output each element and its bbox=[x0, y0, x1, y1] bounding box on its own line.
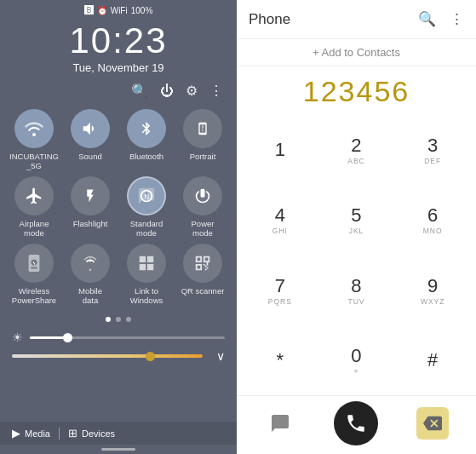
tile-sound[interactable]: Sound bbox=[65, 109, 116, 171]
portrait-tile-label: Portrait bbox=[190, 152, 216, 161]
bluetooth-tile-label: Bluetooth bbox=[129, 152, 163, 161]
tile-wifi[interactable]: INCUBATING_5G bbox=[9, 109, 60, 171]
dot-1[interactable] bbox=[106, 317, 111, 322]
dial-key-5[interactable]: 5 JKL bbox=[318, 185, 395, 255]
clock-display: 10:23 bbox=[0, 20, 237, 61]
dial-key-7[interactable]: 7 PQRS bbox=[242, 256, 318, 325]
call-button[interactable] bbox=[334, 401, 378, 445]
link-to-windows-label: Link toWindows bbox=[130, 286, 163, 306]
brightness-slider[interactable] bbox=[30, 336, 225, 339]
color-temperature-control[interactable]: ∨ bbox=[0, 348, 237, 366]
dial-sub-2: ABC bbox=[347, 157, 364, 165]
sound-tile-label: Sound bbox=[78, 152, 101, 161]
dial-sub-5: JKL bbox=[349, 227, 364, 235]
chevron-down-icon[interactable]: ∨ bbox=[216, 349, 225, 363]
tile-qr-scanner[interactable]: QR scanner bbox=[177, 244, 228, 306]
dial-main-6: 6 bbox=[427, 204, 438, 227]
dial-sub-6: MNO bbox=[423, 227, 443, 235]
message-button[interactable] bbox=[264, 407, 296, 440]
phone-app: Phone 🔍 ⋮ + Add to Contacts 123456 1 2 A… bbox=[237, 0, 476, 454]
wireless-powershare-icon bbox=[14, 244, 54, 283]
dial-main-0: 0 bbox=[351, 345, 361, 367]
phone-bottom-actions bbox=[237, 395, 476, 454]
devices-button[interactable]: ⊞ Devices bbox=[68, 427, 115, 440]
dial-main-4: 4 bbox=[275, 204, 285, 227]
delete-button[interactable] bbox=[416, 407, 449, 440]
dial-key-8[interactable]: 8 TUV bbox=[318, 256, 395, 325]
power-icon[interactable]: ⏻ bbox=[160, 83, 174, 99]
dial-key-4[interactable]: 4 GHI bbox=[242, 185, 318, 255]
dial-sub-9: WXYZ bbox=[421, 297, 445, 306]
dial-main-2: 2 bbox=[351, 135, 361, 157]
dial-key-1[interactable]: 1 bbox=[242, 115, 318, 185]
dot-2[interactable] bbox=[116, 317, 121, 322]
dial-main-hash: # bbox=[427, 349, 438, 371]
search-icon[interactable]: 🔍 bbox=[131, 83, 148, 99]
dial-key-hash[interactable]: # bbox=[394, 325, 471, 395]
tile-power-mode[interactable]: Powermode bbox=[177, 176, 228, 238]
dial-sub-7: PQRS bbox=[268, 297, 292, 306]
flashlight-tile-icon bbox=[71, 176, 110, 216]
dial-key-9[interactable]: 9 WXYZ bbox=[394, 256, 471, 325]
qr-scanner-label: QR scanner bbox=[181, 286, 225, 296]
settings-icon[interactable]: ⚙ bbox=[186, 83, 198, 99]
notification-shade: 🅱 ⏰ WiFi 100% 10:23 Tue, November 19 🔍 ⏻… bbox=[0, 0, 237, 454]
dial-main-7: 7 bbox=[275, 275, 285, 297]
quick-tiles-grid: INCUBATING_5G Sound Bluetooth bbox=[0, 106, 237, 308]
tile-wireless-powershare[interactable]: WirelessPowerShare bbox=[9, 244, 60, 306]
alarm-icon: ⏰ bbox=[97, 6, 107, 15]
dialed-number: 123456 bbox=[237, 66, 476, 115]
dial-main-3: 3 bbox=[427, 135, 438, 157]
tile-airplane[interactable]: Airplanemode bbox=[9, 176, 60, 238]
divider bbox=[59, 428, 60, 440]
dial-key-2[interactable]: 2 ABC bbox=[318, 115, 395, 185]
tile-bluetooth[interactable]: Bluetooth bbox=[121, 109, 172, 171]
dial-sub-0: + bbox=[354, 367, 359, 376]
airplane-tile-icon bbox=[14, 176, 54, 216]
media-label: Media bbox=[25, 428, 50, 439]
tile-flashlight[interactable]: Flashlight bbox=[65, 176, 116, 238]
phone-more-icon[interactable]: ⋮ bbox=[450, 10, 464, 28]
portrait-tile-icon bbox=[183, 109, 222, 148]
battery-icon: 100% bbox=[131, 6, 153, 15]
dial-main-1: 1 bbox=[275, 139, 285, 161]
wifi-tile-icon bbox=[14, 109, 54, 148]
tile-portrait[interactable]: Portrait bbox=[177, 109, 228, 171]
dial-key-3[interactable]: 3 DEF bbox=[394, 115, 471, 185]
tile-mobile-data[interactable]: Mobiledata bbox=[65, 244, 116, 306]
brightness-control[interactable]: ☀ bbox=[0, 327, 237, 348]
color-temperature-slider[interactable] bbox=[12, 354, 203, 358]
dialpad: 1 2 ABC 3 DEF 4 GHI 5 JKL 6 MNO 7 PQRS 8 bbox=[237, 115, 476, 395]
dial-key-0[interactable]: 0 + bbox=[318, 325, 395, 395]
quick-settings-toolbar: 🔍 ⏻ ⚙ ⋮ bbox=[0, 83, 237, 106]
standard-mode-tile-label: Standardmode bbox=[130, 219, 163, 238]
status-bar: 🅱 ⏰ WiFi 100% bbox=[0, 0, 237, 17]
page-dots bbox=[0, 317, 237, 322]
dial-key-star[interactable]: * bbox=[242, 325, 318, 395]
svg-text:N: N bbox=[144, 193, 149, 200]
wifi-icon: WiFi bbox=[111, 6, 128, 15]
wireless-powershare-label: WirelessPowerShare bbox=[12, 286, 56, 306]
dial-main-5: 5 bbox=[351, 204, 361, 227]
dial-sub-8: TUV bbox=[347, 297, 364, 306]
phone-app-title: Phone bbox=[249, 11, 418, 28]
devices-label: Devices bbox=[82, 428, 115, 439]
tile-standard-mode[interactable]: N Standardmode bbox=[121, 176, 172, 238]
dial-sub-3: DEF bbox=[424, 157, 441, 165]
flashlight-tile-label: Flashlight bbox=[73, 219, 108, 228]
media-button[interactable]: ▶ Media bbox=[12, 427, 50, 440]
standard-mode-tile-icon: N bbox=[127, 176, 166, 216]
phone-search-icon[interactable]: 🔍 bbox=[418, 10, 436, 28]
home-indicator[interactable] bbox=[101, 448, 135, 451]
airplane-tile-label: Airplanemode bbox=[20, 219, 49, 238]
tile-link-to-windows[interactable]: Link toWindows bbox=[121, 244, 172, 306]
dial-key-6[interactable]: 6 MNO bbox=[394, 185, 471, 255]
add-contact-bar[interactable]: + Add to Contacts bbox=[237, 39, 476, 66]
media-icon: ▶ bbox=[12, 427, 20, 440]
power-mode-tile-icon bbox=[183, 176, 222, 216]
bluetooth-status-icon: 🅱 bbox=[84, 5, 94, 15]
more-icon[interactable]: ⋮ bbox=[209, 83, 223, 99]
link-to-windows-icon bbox=[127, 244, 166, 283]
add-contact-text[interactable]: + Add to Contacts bbox=[313, 46, 400, 59]
dot-3[interactable] bbox=[126, 317, 131, 322]
